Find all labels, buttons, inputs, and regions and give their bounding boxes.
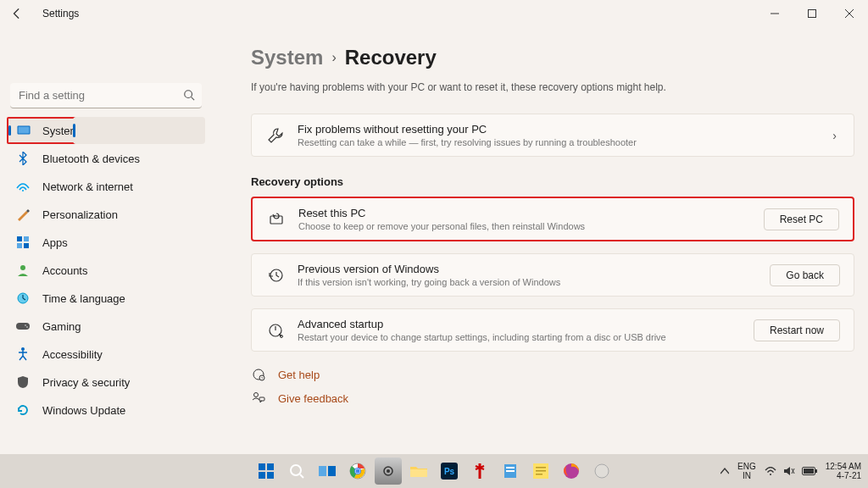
svg-text:Ps: Ps [444, 467, 455, 476]
svg-rect-27 [259, 397, 264, 401]
give-feedback-link[interactable]: Give feedback [251, 391, 854, 406]
firefox-icon[interactable] [558, 458, 585, 485]
nav-list: System Bluetooth & devices Network & int… [7, 117, 205, 424]
svg-rect-19 [270, 216, 282, 224]
task-view-icon[interactable] [314, 458, 341, 485]
page-subtitle: If you're having problems with your PC o… [251, 81, 854, 93]
notes-icon[interactable] [527, 458, 554, 485]
sidebar-item-accessibility[interactable]: Accessibility [7, 341, 205, 368]
svg-rect-35 [328, 466, 336, 476]
card-title: Fix problems without resetting your PC [298, 123, 829, 136]
svg-rect-60 [804, 469, 814, 474]
sidebar-item-label: Network & internet [42, 180, 133, 193]
card-title: Advanced startup [298, 318, 754, 330]
svg-point-40 [356, 469, 360, 474]
go-back-button[interactable]: Go back [770, 264, 840, 286]
system-tray[interactable] [765, 466, 817, 476]
sidebar: System Bluetooth & devices Network & int… [0, 27, 212, 454]
search-taskbar-icon[interactable] [283, 458, 310, 485]
restart-now-button[interactable]: Restart now [754, 319, 840, 341]
window-title: Settings [42, 8, 79, 19]
link-text: Get help [278, 369, 320, 381]
app-icon-1[interactable] [466, 458, 493, 485]
svg-rect-48 [506, 470, 515, 472]
bluetooth-icon [15, 151, 31, 166]
svg-rect-28 [259, 463, 265, 470]
language-indicator[interactable]: ENG IN [737, 462, 756, 480]
taskbar: Ps ENG IN 12:54 AM 4-7-21 [0, 454, 868, 488]
clock[interactable]: 12:54 AM 4-7-21 [826, 462, 861, 480]
card-desc: If this version isn't working, try going… [298, 277, 770, 287]
breadcrumb-parent[interactable]: System [251, 46, 323, 69]
profile-area [7, 27, 205, 80]
svg-point-32 [291, 465, 301, 475]
svg-rect-50 [536, 467, 546, 469]
privacy-icon [15, 374, 31, 390]
sidebar-item-label: Personalization [42, 208, 118, 221]
back-button[interactable] [5, 2, 29, 25]
sidebar-item-privacy[interactable]: Privacy & security [7, 369, 205, 396]
get-help-link[interactable]: ? Get help [251, 367, 854, 382]
link-text: Give feedback [278, 392, 348, 405]
sidebar-item-label: Time & language [42, 292, 125, 305]
close-button[interactable] [831, 0, 868, 27]
maximize-button[interactable] [793, 0, 831, 27]
app-icon-3[interactable] [588, 458, 615, 485]
svg-rect-10 [24, 236, 29, 241]
sidebar-item-personalization[interactable]: Personalization [7, 201, 205, 228]
card-title: Previous version of Windows [298, 263, 770, 275]
wifi-icon [765, 467, 776, 476]
card-texts: Fix problems without resetting your PC R… [298, 123, 829, 147]
sidebar-item-bluetooth[interactable]: Bluetooth & devices [7, 145, 205, 172]
reset-pc-button[interactable]: Reset PC [764, 208, 839, 230]
sidebar-item-system[interactable]: System [7, 117, 76, 144]
fix-problems-card[interactable]: Fix problems without resetting your PC R… [251, 114, 854, 157]
sidebar-item-time[interactable]: Time & language [7, 285, 205, 312]
update-icon [15, 402, 31, 418]
explorer-icon[interactable] [405, 458, 432, 485]
settings-taskbar-icon[interactable] [375, 458, 402, 485]
sidebar-item-label: Gaming [42, 320, 81, 333]
svg-rect-51 [536, 470, 546, 472]
tray-chevron-icon[interactable] [721, 468, 729, 474]
sidebar-item-system-ext[interactable] [73, 117, 205, 144]
search-input[interactable] [10, 83, 202, 108]
wrench-icon [265, 125, 286, 146]
sidebar-item-label: Accessibility [42, 348, 103, 361]
sidebar-item-label: Bluetooth & devices [42, 152, 140, 165]
card-desc: Choose to keep or remove your personal f… [298, 221, 764, 231]
sidebar-item-update[interactable]: Windows Update [7, 396, 205, 424]
svg-point-26 [254, 393, 259, 397]
card-desc: Restart your device to change startup se… [298, 332, 754, 342]
help-links: ? Get help Give feedback [251, 367, 854, 406]
sidebar-item-network[interactable]: Network & internet [7, 173, 205, 200]
svg-point-17 [26, 326, 28, 328]
chrome-icon[interactable] [344, 458, 371, 485]
minimize-button[interactable] [756, 0, 793, 27]
apps-icon [15, 235, 31, 250]
svg-rect-1 [809, 10, 816, 18]
svg-rect-11 [17, 243, 22, 248]
svg-rect-59 [815, 469, 817, 473]
svg-rect-7 [19, 127, 30, 134]
sidebar-item-gaming[interactable]: Gaming [7, 313, 205, 340]
sidebar-item-label: Accounts [42, 264, 87, 277]
history-icon [265, 265, 286, 286]
photoshop-icon[interactable]: Ps [436, 458, 463, 485]
accounts-icon [15, 263, 31, 278]
main-content: System › Recovery If you're having probl… [251, 46, 854, 414]
sidebar-item-accounts[interactable]: Accounts [7, 257, 205, 284]
svg-rect-12 [24, 243, 29, 248]
svg-line-5 [192, 97, 195, 101]
sidebar-item-label: Apps [42, 236, 68, 249]
svg-point-55 [770, 474, 771, 475]
section-title: Recovery options [251, 175, 854, 188]
svg-rect-52 [536, 474, 542, 475]
window-controls [756, 0, 868, 27]
start-button[interactable] [253, 458, 280, 485]
battery-icon [802, 467, 817, 475]
breadcrumb: System › Recovery [251, 46, 854, 69]
help-icon: ? [251, 367, 266, 382]
app-icon-2[interactable] [497, 458, 524, 485]
sidebar-item-apps[interactable]: Apps [7, 229, 205, 256]
